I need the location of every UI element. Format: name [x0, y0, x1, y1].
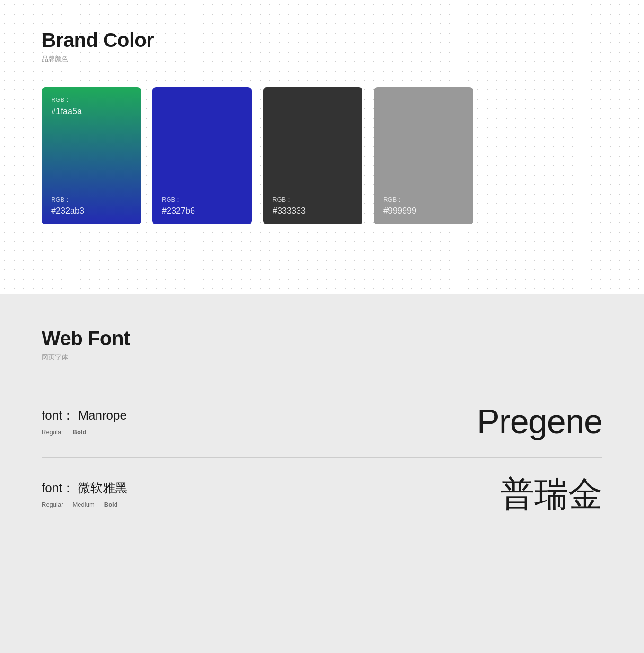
font-preview-text-manrope: Pregene — [477, 403, 602, 440]
card-blue-rgb-value: #2327b6 — [162, 206, 195, 216]
card-top-label: RGB： #1faa5a — [51, 96, 82, 116]
font-row-manrope: font： Manrope Regular Bold Pregene — [42, 385, 602, 458]
card-blue-rgb-label: RGB： — [162, 196, 195, 204]
font-weight-regular-weiruan: Regular — [42, 501, 63, 508]
font-preview-manrope: Pregene — [322, 404, 603, 438]
font-info-manrope: font： Manrope Regular Bold — [42, 407, 322, 436]
color-card-dark: RGB： #333333 — [263, 87, 362, 224]
font-name-line-manrope: font： Manrope — [42, 407, 322, 424]
font-row-weiruan: font： 微软雅黑 Regular Medium Bold 普瑞金 — [42, 458, 602, 530]
font-weights-manrope: Regular Bold — [42, 429, 322, 436]
web-font-title: Web Font — [42, 327, 602, 350]
font-weight-medium-weiruan: Medium — [73, 501, 95, 508]
font-value-weiruan: 微软雅黑 — [78, 480, 127, 496]
brand-color-title: Brand Color — [42, 28, 602, 52]
card-bottom-label: RGB： #232ab3 — [51, 196, 84, 216]
web-font-section: Web Font 网页字体 font： Manrope Regular Bold… — [0, 294, 644, 653]
color-card-gray: RGB： #999999 — [374, 87, 473, 224]
font-preview-weiruan: 普瑞金 — [322, 477, 603, 511]
font-value-manrope: Manrope — [78, 408, 127, 423]
card-gray-rgb-value: #999999 — [383, 206, 416, 216]
card-dark-rgb-label: RGB： — [273, 196, 306, 204]
card-bottom-rgb-label: RGB： — [51, 196, 84, 204]
web-font-subtitle: 网页字体 — [42, 353, 602, 362]
brand-color-subtitle: 品牌颜色 — [42, 55, 602, 63]
font-weight-bold-weiruan: Bold — [104, 501, 118, 508]
card-top-rgb-value: #1faa5a — [51, 107, 82, 116]
card-dark-rgb-value: #333333 — [273, 206, 306, 216]
card-bottom-rgb-value: #232ab3 — [51, 206, 84, 216]
font-weight-regular-manrope: Regular — [42, 429, 63, 436]
card-dark-bottom: RGB： #333333 — [273, 196, 306, 216]
brand-color-section: Brand Color 品牌颜色 RGB： #1faa5a RGB： #232a… — [0, 0, 644, 294]
color-card-blue: RGB： #2327b6 — [152, 87, 252, 224]
font-preview-text-weiruan: 普瑞金 — [500, 475, 602, 513]
card-blue-bottom: RGB： #2327b6 — [162, 196, 195, 216]
card-gray-rgb-label: RGB： — [383, 196, 416, 204]
font-weights-weiruan: Regular Medium Bold — [42, 501, 322, 508]
font-label-weiruan: font： — [42, 480, 74, 496]
font-label-manrope: font： — [42, 407, 74, 424]
color-card-gradient: RGB： #1faa5a RGB： #232ab3 — [42, 87, 141, 224]
color-cards-row: RGB： #1faa5a RGB： #232ab3 RGB： #2327b6 R… — [42, 87, 602, 224]
font-name-line-weiruan: font： 微软雅黑 — [42, 480, 322, 496]
card-gray-bottom: RGB： #999999 — [383, 196, 416, 216]
card-top-rgb-label: RGB： — [51, 96, 82, 104]
font-info-weiruan: font： 微软雅黑 Regular Medium Bold — [42, 480, 322, 508]
font-weight-bold-manrope: Bold — [73, 429, 87, 436]
